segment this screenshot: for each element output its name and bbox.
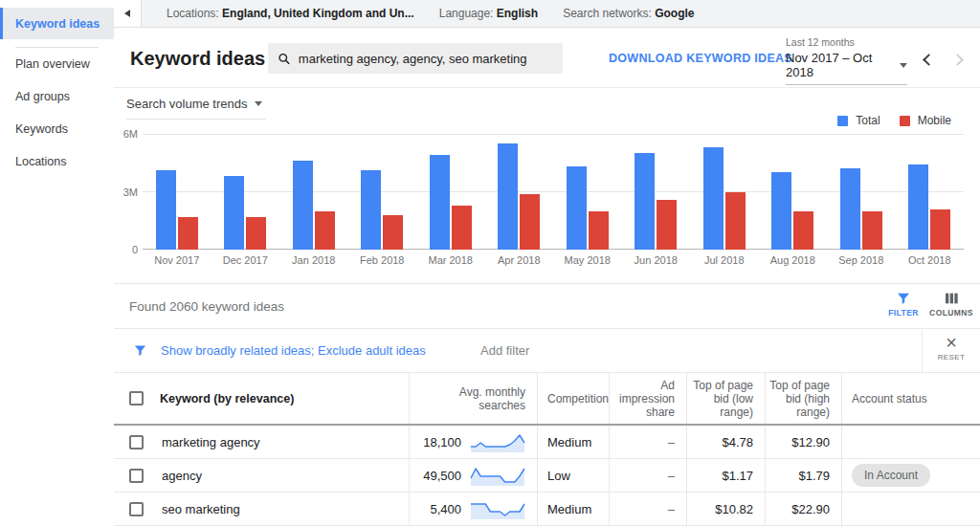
bar-mobile xyxy=(725,192,746,251)
search-input[interactable] xyxy=(299,52,553,66)
locations-label: Locations: xyxy=(167,7,219,20)
header-checkbox-cell xyxy=(114,373,160,424)
top-of-page-bid-high-value: $12.90 xyxy=(791,435,830,449)
chart-metric-dropdown[interactable]: Search volume trends xyxy=(126,97,266,120)
settings-topbar: Locations: England, United Kingdom and U… xyxy=(114,0,980,28)
bar-mobile xyxy=(315,211,335,250)
sidebar-item-label: Ad groups xyxy=(15,90,70,103)
add-filter-button[interactable]: Add filter xyxy=(480,343,529,358)
sidebar-item-ad-groups[interactable]: Ad groups xyxy=(0,80,114,113)
keyword-search-box[interactable] xyxy=(268,43,563,74)
keyword-cell[interactable]: seo marketing xyxy=(160,493,409,525)
header-competition[interactable]: Competition xyxy=(537,373,609,424)
account-status-badge: In Account xyxy=(852,464,930,487)
header-avg-monthly-searches[interactable]: Avg. monthly searches xyxy=(409,373,537,424)
ad-impression-share-cell: – xyxy=(609,459,686,492)
date-range-picker[interactable]: Last 12 months Nov 2017 – Oct 2018 xyxy=(786,36,907,85)
top-of-page-bid-low-cell: $4.78 xyxy=(686,426,765,458)
search-networks-label: Search networks: xyxy=(563,7,652,20)
sidebar-item-keywords[interactable]: Keywords xyxy=(0,113,114,145)
search-volume-chart-section: Search volume trends TotalMobile 6M 3M 0… xyxy=(114,89,980,283)
bar-total xyxy=(156,170,176,250)
bar-mobile xyxy=(452,206,472,250)
x-axis-tick: Apr 2018 xyxy=(485,254,554,266)
search-trend-sparkline xyxy=(470,463,525,488)
legend-item-total[interactable]: Total xyxy=(837,114,880,127)
keyword-text: agency xyxy=(162,469,202,483)
x-axis-tick: Jul 2018 xyxy=(690,254,759,266)
header-account-status[interactable]: Account status xyxy=(841,373,980,424)
bar-mobile xyxy=(520,194,540,250)
table-body: marketing agency18,100Medium–$4.78$12.90… xyxy=(114,426,980,526)
sidebar-item-label: Keywords xyxy=(15,122,68,136)
bar-mobile xyxy=(657,200,677,250)
sidebar-item-label: Plan overview xyxy=(15,57,90,71)
keyword-text: marketing agency xyxy=(162,435,260,449)
legend-swatch xyxy=(837,116,848,126)
sidebar-item-plan-overview[interactable]: Plan overview xyxy=(0,48,114,80)
avg-monthly-searches-value: 5,400 xyxy=(430,502,461,516)
sidebar: Keyword ideas Plan overview Ad groups Ke… xyxy=(0,0,114,526)
x-axis-tick: Mar 2018 xyxy=(416,254,485,266)
table-row: seo marketing5,400Medium–$10.82$22.90 xyxy=(114,493,980,526)
bar-total xyxy=(224,176,244,250)
header-top-of-page-bid-high[interactable]: Top of page bid (high range) xyxy=(765,373,841,424)
top-of-page-bid-high-cell: $12.90 xyxy=(765,426,841,458)
active-filters-link[interactable]: Show broadly related ideas; Exclude adul… xyxy=(161,343,426,358)
found-count-text: Found 2060 keyword ideas xyxy=(129,299,284,314)
language-setting[interactable]: Language: English xyxy=(439,7,538,20)
results-summary-bar: Found 2060 keyword ideas FILTER COLUMNS xyxy=(114,283,980,329)
search-networks-value: Google xyxy=(655,7,694,20)
legend-item-mobile[interactable]: Mobile xyxy=(900,114,951,127)
date-range-value: Nov 2017 – Oct 2018 xyxy=(786,51,900,79)
previous-period-button[interactable] xyxy=(923,54,935,66)
bar-group-dec-2017 xyxy=(212,134,280,250)
sidebar-item-keyword-ideas[interactable]: Keyword ideas xyxy=(0,8,114,39)
bar-total xyxy=(498,143,518,250)
bar-mobile xyxy=(589,211,609,250)
reset-filters-button[interactable]: × RESET xyxy=(922,330,980,372)
x-axis-tick: May 2018 xyxy=(553,254,622,266)
bar-mobile xyxy=(246,217,266,250)
filter-button[interactable]: FILTER xyxy=(880,291,926,318)
sidebar-item-locations[interactable]: Locations xyxy=(0,145,114,178)
row-checkbox[interactable] xyxy=(129,502,144,516)
header-ad-impression-share[interactable]: Ad impression share xyxy=(609,373,686,424)
keyword-cell[interactable]: agency xyxy=(160,459,409,492)
filter-funnel-icon xyxy=(896,291,911,306)
bar-total xyxy=(908,164,928,250)
select-all-checkbox[interactable] xyxy=(129,391,144,405)
bar-total xyxy=(635,153,655,250)
keyword-cell[interactable]: marketing agency xyxy=(160,426,409,458)
row-checkbox-cell xyxy=(114,493,160,525)
y-axis-tick: 3M xyxy=(114,186,138,198)
search-networks-setting[interactable]: Search networks: Google xyxy=(563,7,694,20)
table-row: agency49,500Low–$1.17$1.79In Account xyxy=(114,459,980,493)
bar-group-apr-2018 xyxy=(485,134,554,250)
row-checkbox-cell xyxy=(114,459,160,492)
competition-value: Medium xyxy=(547,502,591,516)
top-of-page-bid-high-value: $1.79 xyxy=(798,469,830,483)
header-keyword[interactable]: Keyword (by relevance) xyxy=(160,373,409,424)
avg-monthly-searches-cell: 18,100 xyxy=(409,426,537,458)
collapse-panel-button[interactable] xyxy=(114,0,142,27)
sidebar-active-label: Keyword ideas xyxy=(15,17,100,31)
row-checkbox[interactable] xyxy=(129,435,144,449)
top-of-page-bid-low-cell: $10.82 xyxy=(686,493,765,525)
next-period-button[interactable] xyxy=(951,54,964,66)
chart-legend: TotalMobile xyxy=(837,114,951,127)
ad-impression-share-value: – xyxy=(668,469,675,483)
columns-button[interactable]: COLUMNS xyxy=(928,291,974,318)
bar-total xyxy=(771,172,791,250)
bar-group-jun-2018 xyxy=(622,134,691,250)
locations-setting[interactable]: Locations: England, United Kingdom and U… xyxy=(167,7,414,20)
header-top-of-page-bid-low[interactable]: Top of page bid (low range) xyxy=(686,373,765,424)
row-checkbox[interactable] xyxy=(129,469,144,483)
download-keyword-ideas-button[interactable]: DOWNLOAD KEYWORD IDEAS xyxy=(609,52,792,65)
legend-label: Mobile xyxy=(918,114,951,127)
keyword-text: seo marketing xyxy=(162,502,240,516)
bar-total xyxy=(567,166,587,250)
bar-total xyxy=(293,161,313,250)
collapse-arrow-icon xyxy=(124,10,130,17)
top-of-page-bid-low-cell: $1.17 xyxy=(686,459,765,492)
